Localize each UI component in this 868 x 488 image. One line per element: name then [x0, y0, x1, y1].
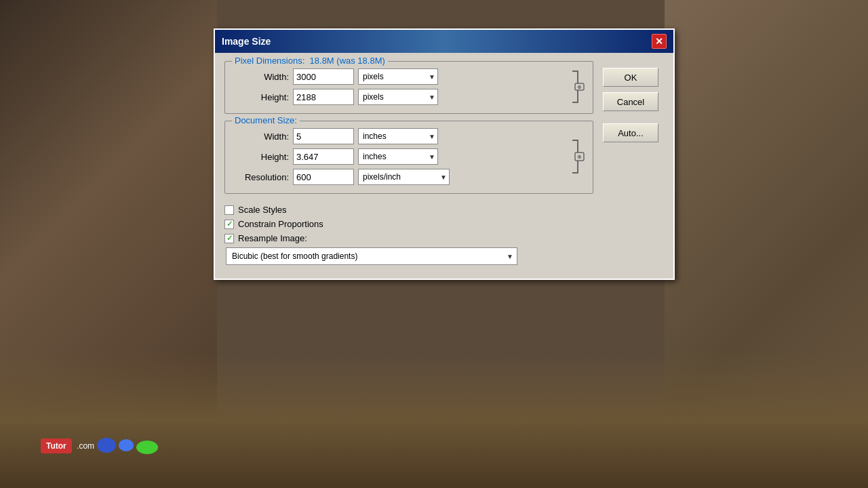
scale-styles-row: Scale Styles [224, 205, 593, 215]
pixel-width-unit-wrapper: pixels percent [358, 68, 438, 85]
resample-image-checkbox[interactable] [224, 234, 234, 243]
scale-styles-checkbox[interactable] [224, 205, 234, 215]
constrain-proportions-row: Constrain Proportions [224, 219, 593, 229]
dot-green [136, 441, 158, 454]
doc-width-input[interactable] [293, 128, 354, 144]
doc-chain-svg: ⊕ [570, 138, 585, 176]
resample-method-select[interactable]: Bicubic (best for smooth gradients) Bicu… [226, 247, 517, 265]
doc-width-label: Width: [233, 131, 289, 142]
pixel-dimensions-legend: Pixel Dimensions: 18.8M (was 18.8M) [232, 56, 388, 66]
tutor-label: Tutor [41, 439, 72, 453]
dialog-body: Pixel Dimensions: 18.8M (was 18.8M) Widt… [215, 53, 673, 279]
svg-text:⊕: ⊕ [577, 154, 582, 160]
pixel-height-unit-select[interactable]: pixels percent [358, 89, 438, 105]
pixel-height-row: Height: pixels percent [233, 89, 566, 105]
doc-width-unit-select[interactable]: inches cm mm points picas percent [358, 128, 438, 144]
doc-height-row: Height: inches cm mm points picas percen… [233, 148, 566, 165]
dialog-left: Pixel Dimensions: 18.8M (was 18.8M) Widt… [224, 61, 593, 269]
auto-button[interactable]: Auto... [603, 123, 658, 142]
dialog-right: OK Cancel Auto... [603, 61, 664, 269]
pixel-dimensions-section: Pixel Dimensions: 18.8M (was 18.8M) Widt… [224, 61, 593, 114]
document-size-fields: Width: inches cm mm points picas percent [233, 128, 585, 185]
pixel-height-unit-wrapper: pixels percent [358, 89, 438, 105]
resample-image-row: Resample Image: [224, 233, 593, 243]
svg-text:⊕: ⊕ [577, 84, 582, 90]
tutor-dots [97, 438, 158, 454]
pixel-width-label: Width: [233, 72, 289, 82]
tutor-logo: Tutor .com [41, 438, 158, 454]
resample-image-label: Resample Image: [238, 233, 307, 243]
dialog-title: Image Size [222, 36, 271, 47]
resample-method-wrapper: Bicubic (best for smooth gradients) Bicu… [226, 247, 517, 265]
constrain-proportions-label: Constrain Proportions [238, 219, 323, 229]
doc-chain-bracket: ⊕ [570, 138, 585, 176]
pixel-height-input[interactable] [293, 89, 354, 105]
document-size-legend: Document Size: [232, 115, 300, 125]
doc-width-row: Width: inches cm mm points picas percent [233, 128, 566, 144]
checkboxes-section: Scale Styles Constrain Proportions Resam… [224, 201, 593, 269]
resolution-row: Resolution: pixels/inch pixels/cm [233, 169, 566, 185]
document-size-section: Document Size: Width: inches cm mm [224, 121, 593, 194]
pixel-width-row: Width: pixels percent [233, 68, 566, 85]
dialog-titlebar: Image Size ✕ [215, 30, 673, 53]
doc-width-unit-wrapper: inches cm mm points picas percent [358, 128, 438, 144]
dot-blue [97, 438, 116, 453]
constrain-proportions-checkbox[interactable] [224, 220, 234, 229]
bg-bottom [0, 352, 868, 488]
resolution-input[interactable] [293, 169, 354, 185]
dot-blue2 [119, 439, 134, 451]
resample-method-row: Bicubic (best for smooth gradients) Bicu… [224, 247, 593, 265]
resolution-label: Resolution: [233, 172, 289, 182]
ok-button[interactable]: OK [603, 68, 658, 87]
pixel-width-input[interactable] [293, 68, 354, 85]
pixel-dimensions-fields: Width: pixels percent Height: [233, 68, 585, 105]
doc-height-unit-wrapper: inches cm mm points picas percent [358, 148, 438, 165]
scale-styles-label: Scale Styles [238, 205, 287, 215]
doc-height-input[interactable] [293, 148, 354, 165]
doc-height-unit-select[interactable]: inches cm mm points picas percent [358, 148, 438, 165]
pixel-chain-svg: ⊕ [570, 68, 585, 105]
pixel-width-unit-select[interactable]: pixels percent [358, 68, 438, 85]
pixel-fields-col: Width: pixels percent Height: [233, 68, 566, 105]
cancel-button[interactable]: Cancel [603, 92, 658, 111]
pixel-height-label: Height: [233, 92, 289, 102]
doc-fields-col: Width: inches cm mm points picas percent [233, 128, 566, 185]
tutor-domain: .com [75, 441, 94, 451]
resolution-unit-select[interactable]: pixels/inch pixels/cm [358, 169, 450, 185]
image-size-dialog: Image Size ✕ Pixel Dimensions: 18.8M (wa… [214, 28, 675, 280]
resolution-unit-wrapper: pixels/inch pixels/cm [358, 169, 450, 185]
pixel-chain-bracket: ⊕ [570, 68, 585, 105]
close-button[interactable]: ✕ [652, 34, 667, 49]
doc-height-label: Height: [233, 152, 289, 162]
